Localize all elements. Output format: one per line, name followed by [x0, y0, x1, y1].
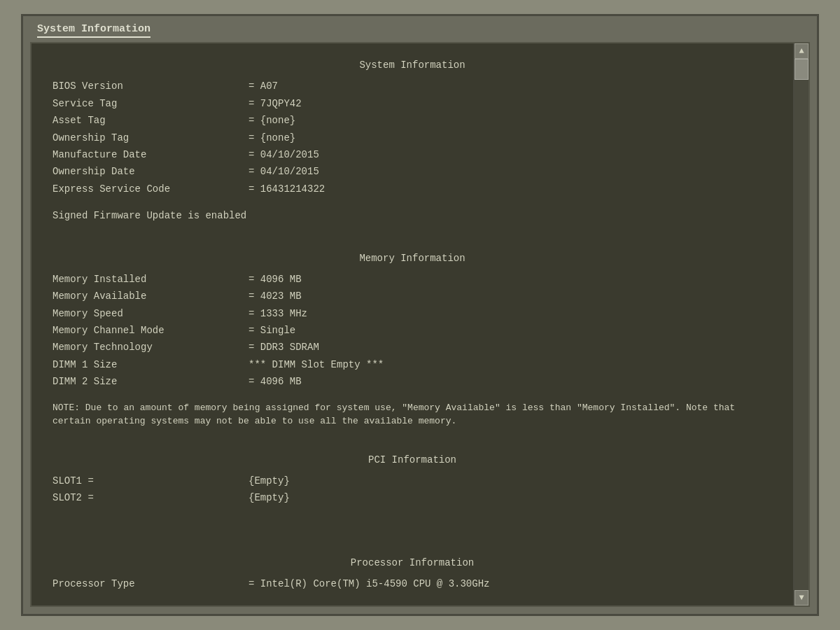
- dimm2-size-value: = 4096 MB: [248, 374, 302, 389]
- manufacture-date-label: Manufacture Date: [52, 147, 248, 162]
- memory-available-value: = 4023 MB: [248, 288, 302, 304]
- slot1-value: {Empty}: [248, 473, 290, 489]
- dimm1-size-value: *** DIMM Slot Empty ***: [248, 357, 384, 372]
- slot2-row: SLOT2 = {Empty}: [52, 490, 772, 505]
- processor-type-row: Processor Type = Intel(R) Core(TM) i5-45…: [52, 576, 772, 592]
- pci-info-title: PCI Information: [52, 452, 772, 468]
- express-service-code-row: Express Service Code = 16431214322: [52, 181, 772, 197]
- slot1-label: SLOT1 =: [52, 473, 248, 489]
- asset-tag-value: = {none}: [248, 113, 295, 128]
- processor-type-label: Processor Type: [52, 576, 248, 592]
- ownership-tag-value: = {none}: [248, 130, 295, 146]
- main-content-area: System Information BIOS Version = A07 Se…: [30, 42, 810, 607]
- memory-speed-value: = 1333 MHz: [248, 306, 307, 321]
- memory-installed-label: Memory Installed: [52, 272, 248, 287]
- ownership-date-row: Ownership Date = 04/10/2015: [52, 164, 772, 179]
- ownership-date-label: Ownership Date: [52, 164, 248, 179]
- system-info-table: BIOS Version = A07 Service Tag = 7JQPY42…: [52, 78, 772, 197]
- asset-tag-label: Asset Tag: [52, 113, 248, 128]
- dimm2-size-label: DIMM 2 Size: [52, 374, 248, 389]
- spacer-5: [52, 542, 772, 555]
- manufacture-date-value: = 04/10/2015: [248, 147, 319, 162]
- service-tag-label: Service Tag: [52, 96, 248, 111]
- slot2-value: {Empty}: [248, 490, 290, 505]
- slot1-row: SLOT1 = {Empty}: [52, 473, 772, 489]
- memory-technology-value: = DDR3 SDRAM: [248, 340, 319, 355]
- spacer-4: [52, 530, 772, 542]
- title-bar: System Information: [30, 23, 810, 38]
- scrollbar-thumb[interactable]: [794, 59, 808, 80]
- processor-type-value: = Intel(R) Core(TM) i5-4590 CPU @ 3.30GH…: [248, 576, 489, 592]
- scroll-up-button[interactable]: ▲: [794, 43, 808, 59]
- manufacture-date-row: Manufacture Date = 04/10/2015: [52, 147, 772, 162]
- memory-technology-row: Memory Technology = DDR3 SDRAM: [52, 340, 772, 355]
- memory-technology-label: Memory Technology: [52, 340, 248, 355]
- scroll-up-icon: ▲: [799, 46, 804, 56]
- scroll-down-icon: ▼: [799, 593, 804, 603]
- memory-speed-row: Memory Speed = 1333 MHz: [52, 306, 772, 321]
- spacer-3: [52, 517, 772, 530]
- service-tag-row: Service Tag = 7JQPY42: [52, 96, 772, 111]
- scroll-down-button[interactable]: ▼: [794, 590, 808, 606]
- scrollbar: ▲ ▼: [793, 43, 808, 606]
- processor-info-title: Processor Information: [52, 555, 772, 570]
- memory-channel-mode-row: Memory Channel Mode = Single: [52, 323, 772, 338]
- memory-info-title: Memory Information: [52, 251, 772, 266]
- spacer-2: [52, 440, 772, 452]
- processor-info-table: Processor Type = Intel(R) Core(TM) i5-45…: [52, 576, 772, 592]
- outer-frame: System Information System Information BI…: [21, 14, 819, 616]
- memory-available-label: Memory Available: [52, 288, 248, 304]
- dimm1-size-row: DIMM 1 Size *** DIMM Slot Empty ***: [52, 357, 772, 372]
- firmware-note: Signed Firmware Update is enabled: [52, 208, 772, 223]
- dimm2-size-row: DIMM 2 Size = 4096 MB: [52, 374, 772, 389]
- spacer-1: [52, 238, 772, 251]
- memory-channel-mode-label: Memory Channel Mode: [52, 323, 248, 338]
- express-service-code-label: Express Service Code: [52, 181, 248, 197]
- memory-info-table: Memory Installed = 4096 MB Memory Availa…: [52, 272, 772, 390]
- ownership-tag-row: Ownership Tag = {none}: [52, 130, 772, 146]
- memory-installed-row: Memory Installed = 4096 MB: [52, 272, 772, 287]
- system-info-title: System Information: [52, 57, 772, 73]
- dimm1-size-label: DIMM 1 Size: [52, 357, 248, 372]
- scrollbar-track[interactable]: [794, 59, 808, 590]
- pci-info-table: SLOT1 = {Empty} SLOT2 = {Empty}: [52, 473, 772, 506]
- ownership-date-value: = 04/10/2015: [248, 164, 319, 179]
- slot2-label: SLOT2 =: [52, 490, 248, 505]
- memory-available-row: Memory Available = 4023 MB: [52, 288, 772, 304]
- memory-installed-value: = 4096 MB: [248, 272, 302, 287]
- bios-version-label: BIOS Version: [52, 78, 248, 94]
- bios-version-row: BIOS Version = A07: [52, 78, 772, 94]
- service-tag-value: = 7JQPY42: [248, 96, 302, 111]
- asset-tag-row: Asset Tag = {none}: [52, 113, 772, 128]
- memory-speed-label: Memory Speed: [52, 306, 248, 321]
- express-service-code-value: = 16431214322: [248, 181, 325, 197]
- memory-note: NOTE: Due to an amount of memory being a…: [52, 401, 772, 428]
- ownership-tag-label: Ownership Tag: [52, 130, 248, 146]
- memory-channel-mode-value: = Single: [248, 323, 295, 338]
- window-title: System Information: [37, 23, 150, 38]
- content-panel: System Information BIOS Version = A07 Se…: [31, 43, 793, 606]
- bios-version-value: = A07: [248, 78, 278, 94]
